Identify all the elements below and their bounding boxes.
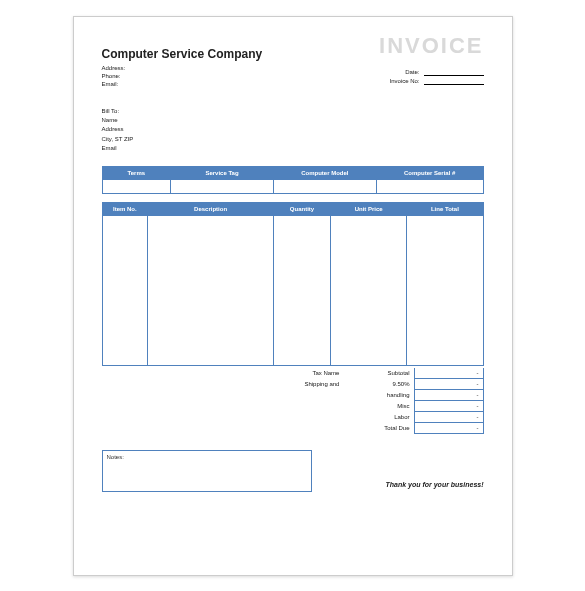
tax-value: - (414, 379, 484, 390)
thank-you-text: Thank you for your business! (342, 481, 484, 492)
total-due-value: - (414, 423, 484, 434)
misc-value: - (414, 401, 484, 412)
notes-label: Notes: (107, 454, 124, 460)
bill-to-address: Address (102, 125, 484, 133)
invoice-no-label: Invoice No: (389, 78, 419, 85)
date-label: Date: (405, 69, 419, 76)
invoice-no-line (424, 78, 484, 85)
from-block: Address: Phone: Email: (102, 65, 126, 89)
bill-to-name: Name (102, 116, 484, 124)
table-row (102, 216, 483, 366)
misc-label: Misc (343, 401, 413, 412)
col-serial: Computer Serial # (376, 167, 483, 180)
handling-value: - (414, 390, 484, 401)
summary-block: Tax Name Subtotal - Shipping and 9.50% -… (102, 368, 484, 434)
handling-label: handling (343, 390, 413, 401)
bill-to-city: City, ST ZIP (102, 135, 484, 143)
summary-right: Tax Name Subtotal - Shipping and 9.50% -… (273, 368, 483, 434)
items-table: Item No. Description Quantity Unit Price… (102, 202, 484, 366)
labor-value: - (414, 412, 484, 423)
meta-block: Date: Invoice No: (364, 69, 484, 89)
notes-box: Notes: (102, 450, 312, 492)
invoice-title: INVOICE (379, 33, 483, 59)
col-quantity: Quantity (273, 203, 330, 216)
date-line (424, 69, 484, 76)
bill-to-email: Email (102, 144, 484, 152)
notes-block: Notes: Thank you for your business! (102, 450, 484, 492)
from-phone-label: Phone: (102, 73, 126, 79)
col-line-total: Line Total (407, 203, 483, 216)
invoice-page: INVOICE Computer Service Company Address… (73, 16, 513, 576)
col-tag: Service Tag (171, 167, 274, 180)
from-address-label: Address: (102, 65, 126, 71)
col-description: Description (148, 203, 274, 216)
table-row: Item No. Description Quantity Unit Price… (102, 203, 483, 216)
header-row: Address: Phone: Email: Date: Invoice No: (102, 65, 484, 89)
tax-rate-label: 9.50% (343, 379, 413, 390)
bill-to-heading: Bill To: (102, 107, 484, 115)
service-table: Terms Service Tag Computer Model Compute… (102, 166, 484, 194)
shipping-label: Shipping and (273, 379, 343, 390)
col-unit-price: Unit Price (331, 203, 407, 216)
bill-to-block: Bill To: Name Address City, ST ZIP Email (102, 107, 484, 153)
table-row (102, 180, 483, 194)
col-item-no: Item No. (102, 203, 148, 216)
labor-label: Labor (343, 412, 413, 423)
from-email-label: Email: (102, 81, 126, 87)
table-row: Terms Service Tag Computer Model Compute… (102, 167, 483, 180)
col-model: Computer Model (273, 167, 376, 180)
subtotal-label: Subtotal (343, 368, 413, 379)
tax-name-label: Tax Name (273, 368, 343, 379)
total-due-label: Total Due (343, 423, 413, 434)
subtotal-value: - (414, 368, 484, 379)
col-terms: Terms (102, 167, 171, 180)
